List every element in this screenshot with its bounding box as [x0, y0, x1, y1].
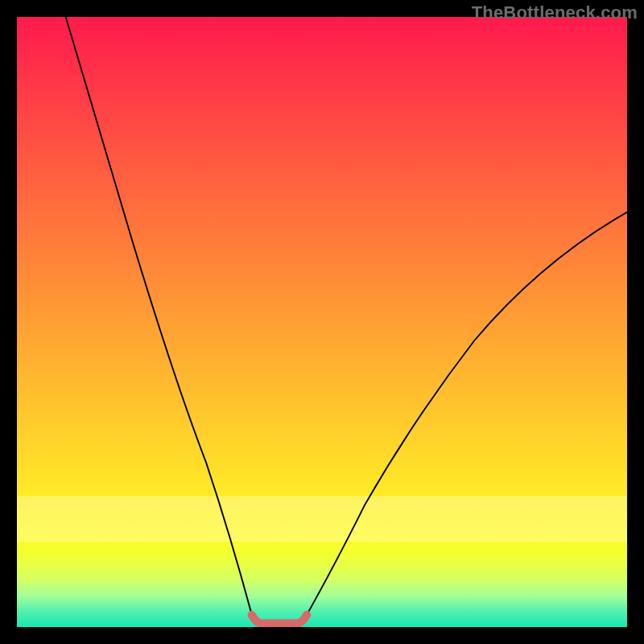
right-curve	[307, 213, 627, 615]
trough-highlight	[252, 615, 307, 624]
left-curve	[66, 17, 252, 615]
chart-stage: TheBottleneck.com	[0, 0, 644, 644]
plot-area	[17, 17, 627, 627]
curve-layer	[17, 17, 627, 627]
watermark-text: TheBottleneck.com	[472, 2, 638, 23]
